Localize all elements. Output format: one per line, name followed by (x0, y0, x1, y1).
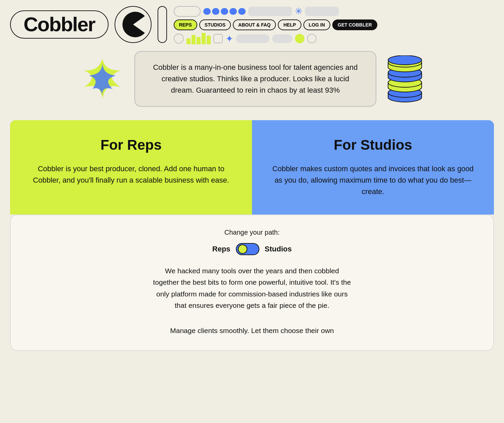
bar-chart-mini (186, 33, 211, 44)
pacman-icon (120, 11, 146, 38)
card-reps: For Reps Cobbler is your best producer, … (10, 120, 252, 214)
blue-pill-5 (238, 8, 246, 15)
logo-text: Cobbler (24, 14, 95, 35)
deco-row-2: ✦ (174, 33, 494, 44)
bar-1 (186, 38, 191, 44)
card-reps-body: Cobbler is your best producer, cloned. A… (30, 163, 232, 186)
toggle-left-label: Reps (212, 245, 230, 253)
star-svg (81, 57, 124, 101)
header: Cobbler ✳ REPS (0, 0, 504, 48)
svg-point-20 (388, 55, 422, 65)
db-stack-svg (386, 55, 423, 102)
bar-2 (192, 35, 196, 44)
hero-section: Cobbler is a many-in-one business tool f… (0, 48, 504, 113)
lower-main-text: We hacked many tools over the years and … (151, 265, 353, 312)
bar-4 (202, 33, 206, 44)
asterisk-icon: ✳ (295, 7, 302, 16)
deco-rect-wide-1 (248, 7, 292, 16)
deco-row-1: ✳ (174, 6, 494, 17)
blue-pill-1 (203, 8, 211, 15)
deco-rect-wide-2 (305, 7, 339, 16)
lower-secondary-text: Manage clients smoothly. Let them choose… (151, 325, 353, 337)
nav-row: REPS STUDIOS ABOUT & FAQ HELP LOG IN GET… (174, 19, 494, 30)
card-studios: For Studios Cobbler makes custom quotes … (252, 120, 494, 214)
blue-pill-2 (212, 8, 219, 15)
deco-circle-sm-1 (174, 34, 184, 44)
lower-panel: Change your path: Reps Studios We hacked… (10, 215, 494, 351)
deco-pill-sm-1 (236, 34, 269, 43)
nav-help[interactable]: HELP (278, 19, 301, 30)
logo-divider (158, 6, 167, 43)
card-studios-title: For Studios (272, 137, 474, 153)
logo-circle (115, 6, 152, 43)
nav-about[interactable]: ABOUT & FAQ (233, 19, 276, 30)
toggle-right-label: Studios (265, 245, 292, 253)
deco-circle-yellow (295, 34, 304, 43)
cards-section: For Reps Cobbler is your best producer, … (10, 120, 494, 214)
star-decoration-left (81, 57, 124, 101)
nav-login[interactable]: LOG IN (303, 19, 330, 30)
deco-pills-blue (203, 8, 246, 15)
nav-reps[interactable]: REPS (174, 19, 197, 30)
card-studios-body: Cobbler makes custom quotes and invoices… (272, 163, 474, 197)
bar-5 (207, 36, 211, 44)
blue-pill-4 (229, 8, 237, 15)
star6-icon: ✦ (225, 33, 233, 44)
bar-3 (197, 37, 201, 44)
toggle-row: Reps Studios (31, 243, 473, 255)
header-left: Cobbler (10, 6, 167, 43)
toggle-knob (238, 244, 247, 254)
deco-sq-1 (213, 34, 223, 43)
nav-get-cobbler[interactable]: GET COBBLER (332, 19, 377, 30)
nav-studios[interactable]: STUDIOS (199, 19, 231, 30)
hero-description-text: Cobbler is a many-in-one business tool f… (152, 62, 359, 96)
deco-shape-rect (174, 6, 201, 17)
toggle-switch[interactable] (236, 243, 259, 255)
card-reps-title: For Reps (30, 137, 232, 153)
deco-pill-sm-2 (272, 34, 292, 43)
db-stack-decoration (386, 55, 423, 102)
deco-circle-outline (307, 34, 317, 43)
header-right: ✳ REPS STUDIOS ABOUT & FAQ HELP LOG IN G… (174, 6, 494, 44)
path-label: Change your path: (31, 229, 473, 236)
hero-description-box: Cobbler is a many-in-one business tool f… (134, 51, 376, 107)
blue-pill-3 (221, 8, 228, 15)
logo-pill: Cobbler (10, 10, 109, 39)
